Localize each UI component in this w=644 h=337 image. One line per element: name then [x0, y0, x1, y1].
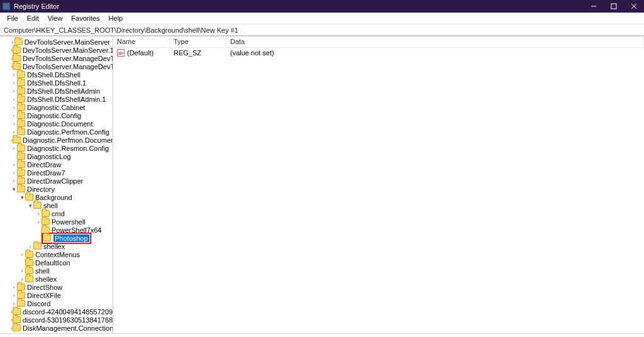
folder-icon — [25, 259, 33, 266]
chevron-right-icon[interactable]: › — [11, 104, 17, 111]
chevron-right-icon[interactable]: › — [35, 211, 42, 217]
chevron-right-icon[interactable]: › — [11, 129, 17, 135]
menu-view[interactable]: View — [43, 13, 67, 23]
tree-label: Diagnostic.Document — [27, 120, 93, 128]
tree-pane[interactable]: ›DevToolsServer.MainServer›DevToolsServe… — [0, 36, 113, 333]
chevron-down-icon[interactable]: ▾ — [19, 194, 25, 201]
col-header-name[interactable]: Name — [113, 36, 170, 47]
tree-row[interactable]: ▾shell — [0, 201, 113, 209]
tree-row[interactable]: DefaultIcon — [0, 258, 113, 267]
minimize-button[interactable] — [584, 0, 604, 13]
tree-label: Diagnostic.Perfmon.Config — [27, 128, 109, 136]
tree-row[interactable]: DiagnosticLog — [0, 152, 113, 160]
folder-icon — [17, 96, 25, 102]
chevron-right-icon[interactable]: › — [19, 268, 25, 274]
tree-row[interactable]: ›DirectXFile — [0, 291, 113, 299]
tree-row[interactable]: ▾Background — [0, 193, 113, 201]
app-icon — [3, 3, 10, 10]
tree-row[interactable]: ›Diagnostic.Config — [0, 111, 113, 119]
maximize-button[interactable] — [604, 0, 624, 13]
tree-row[interactable]: ›Diagnostic.Cabinet — [0, 103, 113, 111]
tree-row[interactable]: ›DevToolsServer.ManageDevTools. — [0, 62, 113, 70]
chevron-right-icon[interactable]: › — [19, 251, 25, 258]
tree-label: Background — [35, 194, 72, 201]
tree-label: cmd — [52, 210, 65, 218]
chevron-right-icon[interactable]: › — [27, 243, 33, 250]
folder-icon — [42, 226, 50, 233]
tree-row[interactable]: ›DirectDrawClipper — [0, 177, 113, 185]
folder-icon — [17, 87, 25, 94]
tree-label: DevToolsServer.ManageDevTools. — [23, 63, 113, 70]
tree-label: DfsShell.DfsShell — [27, 71, 80, 79]
folder-icon — [13, 316, 21, 323]
folder-icon — [17, 145, 25, 152]
tree-row[interactable]: ›ContextMenus — [0, 250, 113, 258]
tree-row[interactable]: ›Diagnostic.Resmon.Config — [0, 144, 113, 152]
list-pane: Name Type Data ab(Default)REG_SZ(value n… — [113, 36, 644, 333]
tree-row[interactable]: ›DfsShell.DfsShell — [0, 70, 113, 79]
tree-row[interactable]: ›DiskManagement.Connection — [0, 324, 113, 332]
chevron-right-icon[interactable]: › — [35, 219, 42, 225]
tree-row[interactable]: Photoshop — [0, 234, 113, 242]
string-value-icon: ab — [117, 49, 125, 57]
menu-help[interactable]: Help — [104, 13, 128, 23]
tree-label: DirectDrawClipper — [27, 177, 83, 185]
menu-favorites[interactable]: Favorites — [67, 13, 104, 23]
chevron-down-icon[interactable]: ▾ — [11, 186, 17, 192]
tree-row[interactable]: ›DirectDraw7 — [0, 168, 113, 177]
tree-label: Diagnostic.Cabinet — [27, 104, 85, 111]
list-row[interactable]: ab(Default)REG_SZ(value not set) — [113, 48, 644, 58]
folder-icon — [13, 63, 21, 70]
tree-row[interactable]: ›Diagnostic.Perfmon.Document — [0, 136, 113, 144]
folder-icon — [17, 292, 25, 299]
tree-label: DiskManagement.Connection — [23, 324, 113, 332]
tree-row[interactable]: ›Diagnostic.Document — [0, 119, 113, 128]
tree-label: Directory — [27, 185, 55, 193]
tree-row[interactable]: ›DirectShow — [0, 283, 113, 291]
tree-row[interactable]: ›shellex — [0, 275, 113, 283]
chevron-right-icon[interactable]: › — [11, 39, 14, 45]
chevron-right-icon[interactable]: › — [11, 301, 17, 307]
tree-label: discord-530196305138417685 — [23, 316, 113, 324]
chevron-right-icon[interactable]: › — [19, 276, 25, 282]
value-type: REG_SZ — [170, 49, 226, 57]
tree-label: shell — [43, 202, 58, 209]
chevron-right-icon[interactable]: › — [11, 292, 17, 299]
chevron-right-icon[interactable]: › — [11, 113, 17, 119]
svg-rect-1 — [611, 4, 616, 9]
folder-icon — [43, 235, 51, 241]
tree-row[interactable]: ▾Directory — [0, 185, 113, 193]
menu-file[interactable]: File — [3, 13, 23, 23]
tree-row[interactable]: ›DfsShell.DfsShellAdmin.1 — [0, 95, 113, 103]
tree-row[interactable]: ›DfsShell.DfsShell.1 — [0, 79, 113, 87]
tree-row[interactable]: ›shellex — [0, 242, 113, 250]
address-bar[interactable]: Computer\HKEY_CLASSES_ROOT\Directory\Bac… — [0, 25, 644, 36]
chevron-right-icon[interactable]: › — [11, 170, 17, 176]
rename-input[interactable]: Photoshop — [53, 234, 90, 243]
chevron-right-icon[interactable]: › — [11, 72, 17, 78]
chevron-right-icon[interactable]: › — [11, 96, 17, 102]
folder-icon — [17, 104, 25, 111]
tree-row[interactable]: ›Powershell — [0, 218, 113, 226]
tree-label: Diagnostic.Resmon.Config — [27, 145, 109, 152]
folder-icon — [14, 38, 23, 45]
tree-row[interactable]: ›DirectDraw — [0, 160, 113, 168]
tree-row[interactable]: ›shell — [0, 267, 113, 275]
chevron-right-icon[interactable]: › — [11, 80, 17, 86]
folder-icon — [17, 71, 25, 78]
chevron-right-icon[interactable]: › — [11, 178, 17, 184]
tree-label: DirectShow — [27, 284, 62, 291]
close-button[interactable] — [624, 0, 644, 13]
tree-row[interactable]: ›cmd — [0, 209, 113, 218]
chevron-right-icon[interactable]: › — [11, 121, 17, 127]
chevron-right-icon[interactable]: › — [11, 162, 17, 168]
chevron-down-icon[interactable]: ▾ — [27, 202, 33, 209]
tree-row[interactable]: ›DfsShell.DfsShellAdmin — [0, 87, 113, 95]
chevron-right-icon[interactable]: › — [11, 284, 17, 290]
col-header-data[interactable]: Data — [226, 36, 644, 47]
col-header-type[interactable]: Type — [170, 36, 226, 47]
chevron-right-icon[interactable]: › — [11, 88, 17, 94]
menu-edit[interactable]: Edit — [23, 13, 43, 23]
tree-label: DfsShell.DfsShellAdmin — [27, 87, 100, 95]
chevron-right-icon[interactable]: › — [11, 145, 17, 152]
